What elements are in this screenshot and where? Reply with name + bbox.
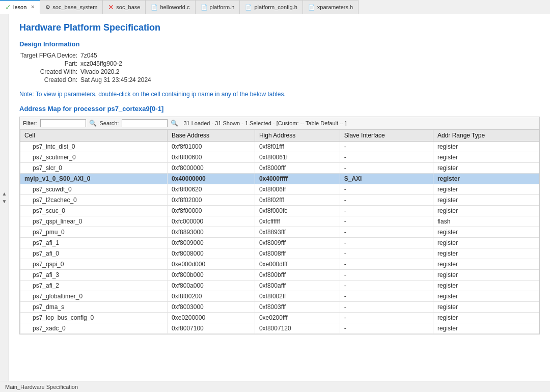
- filter-input[interactable]: [40, 119, 86, 127]
- cell-addr-range-type: register: [433, 238, 539, 248]
- tab-xparameters-h[interactable]: 📄 xparameters.h: [303, 0, 359, 14]
- cell-addr-range-type: register: [433, 206, 539, 216]
- cell-slave-interface: -: [340, 302, 433, 313]
- tab-platform-h[interactable]: 📄 platform.h: [196, 0, 240, 14]
- tab-soc-base[interactable]: ✕ soc_base: [103, 0, 146, 14]
- table-row[interactable]: ps7_dma_s 0xf8003000 0xf8003fff - regist…: [20, 302, 539, 313]
- col-slave-interface[interactable]: Slave Interface: [340, 130, 433, 142]
- cell-name: ps7_afi_0: [20, 248, 168, 259]
- cell-base-address: 0xf8008000: [168, 248, 255, 259]
- left-arrow-down[interactable]: ▼: [2, 199, 7, 204]
- table-row[interactable]: ps7_scutimer_0 0xf8f00600 0xf8f0061f - r…: [20, 152, 539, 163]
- tab-icon-soc-base-system: ⚙: [45, 4, 50, 11]
- filter-search-icon[interactable]: 🔍: [89, 120, 97, 127]
- cell-addr-range-type: register: [433, 152, 539, 163]
- cell-addr-range-type: register: [433, 313, 539, 323]
- cell-name: ps7_l2cachec_0: [20, 195, 168, 206]
- tab-label-soc-base-system: soc_base_system: [52, 4, 97, 10]
- cell-base-address: 0xf8f02000: [168, 195, 255, 206]
- cell-slave-interface: -: [340, 270, 433, 281]
- table-row[interactable]: ps7_slcr_0 0xf8000000 0xf8000fff - regis…: [20, 163, 539, 174]
- address-table-wrapper: Cell Base Address High Address Slave Int…: [19, 129, 540, 334]
- col-addr-range-type[interactable]: Addr Range Type: [433, 130, 539, 142]
- table-row[interactable]: ps7_afi_3 0xf800b000 0xf800bfff - regist…: [20, 270, 539, 281]
- left-arrow-up[interactable]: ▲: [2, 191, 7, 197]
- table-row[interactable]: ps7_scuc_0 0xf8f00000 0xf8f000fc - regis…: [20, 206, 539, 216]
- search-label: Search:: [100, 120, 119, 126]
- cell-name: ps7_pmu_0: [20, 227, 168, 238]
- cell-high-address: 0xf8f006ff: [255, 184, 340, 195]
- cell-name: ps7_afi_1: [20, 238, 168, 248]
- cell-high-address: 0xf8893fff: [255, 227, 340, 238]
- table-row[interactable]: ps7_l2cachec_0 0xf8f02000 0xf8f02fff - r…: [20, 195, 539, 206]
- search-input[interactable]: [122, 119, 168, 127]
- left-sidebar: ▲ ▼: [0, 14, 9, 381]
- table-row[interactable]: ps7_afi_2 0xf800a000 0xf800afff - regist…: [20, 281, 539, 291]
- cell-high-address: 0xf8008fff: [255, 248, 340, 259]
- tab-platform-config-h[interactable]: 📄 platform_config.h: [240, 0, 302, 14]
- cell-base-address: 0xf8003000: [168, 302, 255, 313]
- table-row[interactable]: ps7_intc_dist_0 0xf8f01000 0xf8f01fff - …: [20, 142, 539, 152]
- cell-name: ps7_slcr_0: [20, 163, 168, 174]
- tab-label-platform-config: platform_config.h: [254, 4, 297, 10]
- cell-base-address: 0xf8007100: [168, 323, 255, 334]
- col-high-address[interactable]: High Address: [255, 130, 340, 142]
- table-row[interactable]: ps7_afi_0 0xf8008000 0xf8008fff - regist…: [20, 248, 539, 259]
- table-row[interactable]: ps7_globaltimer_0 0xf8f00200 0xf8f002ff …: [20, 291, 539, 302]
- cell-high-address: 0x4000ffff: [255, 174, 340, 184]
- tab-helloworld-c[interactable]: 📄 helloworld.c: [146, 0, 195, 14]
- cell-slave-interface: -: [340, 291, 433, 302]
- table-row[interactable]: ps7_qspi_0 0xe000d000 0xe000dfff - regis…: [20, 259, 539, 270]
- cell-addr-range-type: register: [433, 184, 539, 195]
- main-content: Hardware Platform Specification Design I…: [9, 14, 550, 381]
- tab-leson[interactable]: ✓ leson ✕: [0, 0, 40, 14]
- cell-base-address: 0xe000d000: [168, 259, 255, 270]
- cell-slave-interface: -: [340, 142, 433, 152]
- tab-soc-base-system[interactable]: ⚙ soc_base_system: [40, 0, 103, 14]
- cell-name: ps7_iop_bus_config_0: [20, 313, 168, 323]
- cell-addr-range-type: register: [433, 281, 539, 291]
- cell-base-address: 0xf8f00600: [168, 152, 255, 163]
- cell-slave-interface: -: [340, 206, 433, 216]
- table-row[interactable]: myip_v1_0_S00_AXI_0 0x40000000 0x4000fff…: [20, 174, 539, 184]
- tab-icon-platform-h: 📄: [201, 4, 208, 11]
- cell-addr-range-type: register: [433, 195, 539, 206]
- cell-high-address: 0xf8f01fff: [255, 142, 340, 152]
- table-row[interactable]: ps7_xadc_0 0xf8007100 0xf8007120 - regis…: [20, 323, 539, 334]
- filter-bar: Filter: 🔍 Search: 🔍 31 Loaded - 31 Shown…: [19, 117, 540, 129]
- tab-icon-soc-base: ✕: [108, 3, 114, 11]
- table-row[interactable]: ps7_pmu_0 0xf8893000 0xf8893fff - regist…: [20, 227, 539, 238]
- cell-addr-range-type: register: [433, 259, 539, 270]
- col-base-address[interactable]: Base Address: [168, 130, 255, 142]
- cell-slave-interface: -: [340, 184, 433, 195]
- part-value: xcz045ffg900-2: [80, 60, 540, 67]
- table-row[interactable]: ps7_iop_bus_config_0 0xe0200000 0xe0200f…: [20, 313, 539, 323]
- table-row[interactable]: ps7_scuwdt_0 0xf8f00620 0xf8f006ff - reg…: [20, 184, 539, 195]
- tab-close-leson[interactable]: ✕: [31, 4, 35, 10]
- cell-high-address: 0xf8009fff: [255, 238, 340, 248]
- search-icon[interactable]: 🔍: [171, 120, 178, 127]
- created-on-value: Sat Aug 31 23:45:24 2024: [80, 76, 540, 83]
- created-on-label: Created On:: [19, 76, 80, 83]
- part-label: Part:: [19, 60, 80, 67]
- table-status-text: 31 Loaded - 31 Shown - 1 Selected - [Cus…: [183, 120, 346, 126]
- cell-addr-range-type: register: [433, 227, 539, 238]
- page-title: Hardware Platform Specification: [19, 22, 540, 33]
- cell-name: ps7_globaltimer_0: [20, 291, 168, 302]
- cell-addr-range-type: register: [433, 174, 539, 184]
- col-cell[interactable]: Cell: [20, 130, 168, 142]
- cell-base-address: 0xf8f00200: [168, 291, 255, 302]
- cell-slave-interface: -: [340, 281, 433, 291]
- cell-base-address: 0xf800b000: [168, 270, 255, 281]
- cell-name: ps7_scutimer_0: [20, 152, 168, 163]
- created-with-label: Created With:: [19, 68, 80, 75]
- table-row[interactable]: ps7_qspi_linear_0 0xfc000000 0xfcffffff …: [20, 216, 539, 227]
- cell-slave-interface: -: [340, 313, 433, 323]
- tab-label-platform-h: platform.h: [210, 4, 235, 10]
- cell-base-address: 0xf8009000: [168, 238, 255, 248]
- table-row[interactable]: ps7_afi_1 0xf8009000 0xf8009fff - regist…: [20, 238, 539, 248]
- target-fpga-value: 7z045: [80, 52, 540, 59]
- status-bar-text: Main_Hardware Specification: [5, 384, 78, 390]
- cell-addr-range-type: flash: [433, 216, 539, 227]
- cell-slave-interface: -: [340, 238, 433, 248]
